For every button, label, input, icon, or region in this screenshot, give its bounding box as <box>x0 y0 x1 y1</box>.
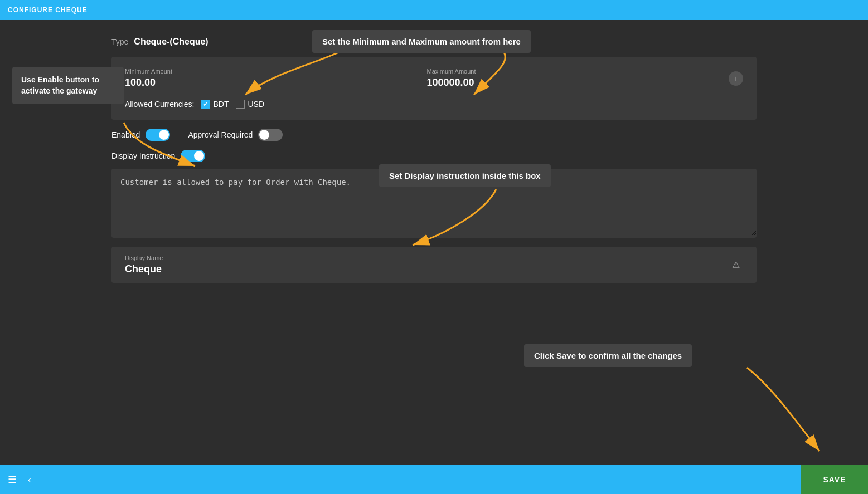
page-title: CONFIGURE CHEQUE <box>8 6 88 14</box>
checkbox-bdt[interactable]: ✓ BDT <box>201 100 229 109</box>
bdt-checkbox[interactable]: ✓ <box>201 100 210 109</box>
display-name-value: Cheque <box>125 263 163 275</box>
amount-row: Minimum Amount 100.00 Maximum Amount 100… <box>125 68 743 89</box>
display-name-inner: Display Name Cheque <box>125 255 163 275</box>
type-value: Cheque-(Cheque) <box>134 37 208 47</box>
display-name-label: Display Name <box>125 255 163 261</box>
display-instruction-row: Display Instruction <box>111 150 757 162</box>
max-amount-label: Maximum Amount <box>427 68 696 75</box>
tooltip-save: Click Save to confirm all the changes <box>524 344 692 367</box>
min-amount-field: Minimum Amount 100.00 <box>125 68 394 89</box>
toggle-row: Enabled Approval Required <box>111 129 757 141</box>
type-label: Type <box>111 37 128 46</box>
warning-icon: ⚠ <box>729 258 743 272</box>
usd-label: USD <box>248 100 265 109</box>
currencies-row: Allowed Currencies: ✓ BDT USD <box>125 100 743 109</box>
min-amount-value: 100.00 <box>125 77 394 89</box>
max-amount-value: 100000.00 <box>427 77 696 89</box>
approval-toggle[interactable] <box>258 129 283 141</box>
approval-toggle-item: Approval Required <box>188 129 283 141</box>
tooltip-display: Set Display instruction inside this box <box>379 164 551 187</box>
amount-section: Minimum Amount 100.00 Maximum Amount 100… <box>111 57 757 120</box>
enabled-label: Enabled <box>111 130 140 139</box>
menu-icon[interactable]: ☰ <box>8 473 17 486</box>
info-icon[interactable]: i <box>729 71 743 86</box>
back-icon[interactable]: ‹ <box>28 474 31 486</box>
usd-checkbox[interactable] <box>236 100 245 109</box>
checkbox-usd[interactable]: USD <box>236 100 265 109</box>
max-amount-field: Maximum Amount 100000.00 <box>427 68 696 89</box>
tooltip-min-max: Set the Minimum and Maximum amount from … <box>312 30 531 53</box>
top-bar: CONFIGURE CHEQUE <box>0 0 868 20</box>
enabled-toggle-item: Enabled <box>111 129 170 141</box>
min-amount-label: Minimum Amount <box>125 68 394 75</box>
approval-label: Approval Required <box>188 130 253 139</box>
display-instruction-toggle[interactable] <box>181 150 205 162</box>
currencies-label: Allowed Currencies: <box>125 100 195 109</box>
save-button[interactable]: SAVE <box>801 465 868 494</box>
enabled-toggle[interactable] <box>146 129 170 141</box>
display-instruction-label: Display Instruction <box>111 151 175 160</box>
display-name-box: Display Name Cheque ⚠ <box>111 247 757 283</box>
tooltip-enable: Use Enable button to activate the gatewa… <box>12 67 124 104</box>
bottom-bar: ☰ ‹ SAVE <box>0 465 868 494</box>
bdt-label: BDT <box>214 100 229 109</box>
